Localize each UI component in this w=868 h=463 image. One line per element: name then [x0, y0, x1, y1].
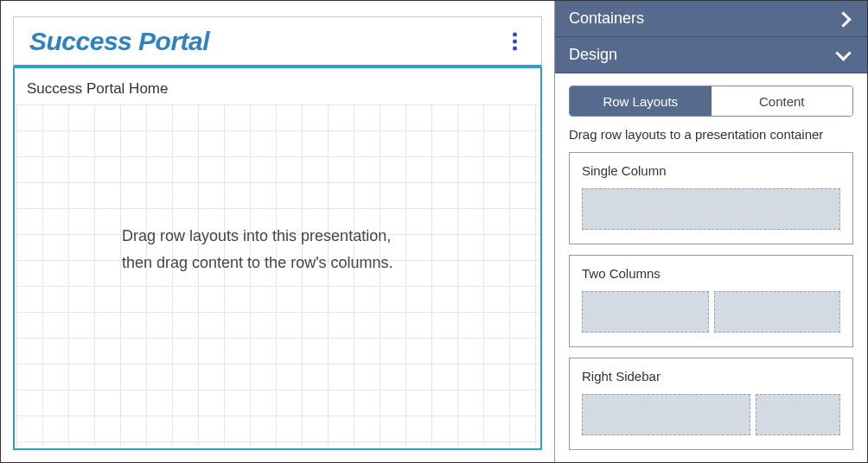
layout-col: [582, 394, 750, 435]
layout-right-sidebar[interactable]: Right Sidebar: [569, 358, 853, 450]
layout-preview: [582, 394, 840, 435]
design-panel-header[interactable]: Design: [555, 37, 867, 73]
canvas-title: Success Portal Home: [15, 68, 540, 103]
layout-title: Right Sidebar: [582, 369, 840, 384]
tab-content[interactable]: Content: [712, 86, 853, 116]
canvas-hint-line2: then drag content to the row's columns.: [122, 250, 433, 276]
canvas-drop-zone[interactable]: Drag row layouts into this presentation,…: [16, 105, 539, 447]
layout-single-column[interactable]: Single Column: [569, 152, 853, 244]
layout-col: [582, 188, 840, 230]
portal-title: Success Portal: [29, 27, 209, 56]
design-tab-toggle: Row Layouts Content: [569, 86, 853, 117]
layout-two-columns[interactable]: Two Columns: [569, 255, 853, 347]
chevron-right-icon: [838, 11, 853, 27]
layout-col: [582, 291, 709, 333]
layout-title: Two Columns: [582, 266, 840, 281]
layout-col: [714, 291, 841, 333]
layout-col: [756, 394, 840, 435]
design-hint: Drag row layouts to a presentation conta…: [569, 127, 853, 142]
portal-header: Success Portal: [13, 16, 542, 68]
chevron-down-icon: [838, 48, 853, 63]
layout-title: Single Column: [582, 163, 840, 178]
design-label: Design: [569, 46, 617, 64]
presentation-canvas[interactable]: Success Portal Home Drag row layouts int…: [13, 68, 542, 450]
design-panel-body: Row Layouts Content Drag row layouts to …: [555, 73, 867, 462]
layout-preview: [582, 188, 840, 230]
canvas-hint-line1: Drag row layouts into this presentation,: [122, 223, 433, 250]
containers-label: Containers: [569, 10, 644, 28]
kebab-menu-icon[interactable]: [507, 27, 522, 55]
side-panel: Containers Design Row Layouts Content Dr…: [554, 1, 867, 462]
canvas-pane: Success Portal Success Portal Home Drag …: [1, 1, 554, 462]
containers-panel-header[interactable]: Containers: [555, 1, 867, 37]
layout-preview: [582, 291, 840, 333]
tab-row-layouts[interactable]: Row Layouts: [570, 86, 712, 116]
